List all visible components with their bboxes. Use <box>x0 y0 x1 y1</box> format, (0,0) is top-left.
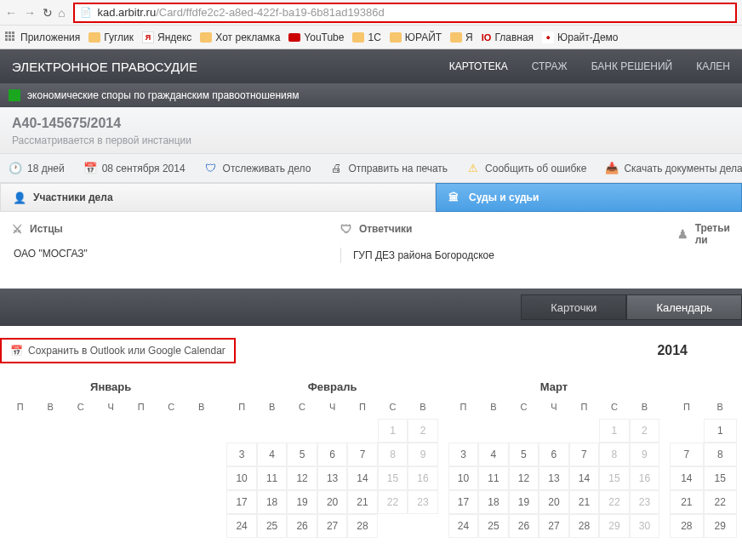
day-cell[interactable]: 9 <box>630 443 659 466</box>
day-cell[interactable]: 23 <box>408 490 437 514</box>
day-cell[interactable]: 22 <box>704 490 737 514</box>
menu-bank[interactable]: БАНК РЕШЕНИЙ <box>591 60 673 72</box>
day-cell[interactable]: 8 <box>704 443 737 466</box>
day-cell[interactable]: 20 <box>317 490 347 514</box>
day-cell[interactable]: 11 <box>257 466 287 490</box>
day-cell[interactable]: 19 <box>509 490 539 514</box>
day-cell[interactable]: 7 <box>347 443 377 466</box>
day-cell[interactable]: 6 <box>539 443 568 466</box>
day-cell[interactable]: 16 <box>408 466 437 490</box>
day-cell[interactable]: 18 <box>478 490 508 514</box>
menu-kartoteka[interactable]: КАРТОТЕКА <box>449 60 508 72</box>
day-cell[interactable]: 20 <box>539 490 568 514</box>
day-cell[interactable]: 29 <box>599 514 629 538</box>
day-cell[interactable]: 17 <box>226 490 256 514</box>
bookmark-hot[interactable]: Хот рекламка <box>200 31 280 43</box>
day-cell[interactable]: 28 <box>670 514 703 538</box>
reload-icon[interactable]: ↻ <box>43 6 53 20</box>
folder-icon <box>450 32 462 43</box>
day-cell[interactable]: 10 <box>448 466 478 490</box>
day-cell[interactable]: 2 <box>408 419 437 443</box>
day-cell[interactable]: 10 <box>226 466 256 490</box>
day-cell[interactable]: 18 <box>257 490 287 514</box>
bookmark-yandex[interactable]: ЯЯндекс <box>142 31 191 43</box>
day-cell[interactable]: 14 <box>670 466 703 490</box>
bookmark-youtube[interactable]: YouTube <box>288 31 344 43</box>
plaintiff-name[interactable]: ОАО "МОСГАЗ" <box>12 248 317 260</box>
bookmark-guglik[interactable]: Гуглик <box>88 31 134 43</box>
day-cell[interactable]: 14 <box>347 466 377 490</box>
day-cell[interactable]: 1 <box>704 419 737 443</box>
day-cell[interactable]: 15 <box>599 466 629 490</box>
day-cell[interactable]: 4 <box>257 443 287 466</box>
viewtab-calendar[interactable]: Календарь <box>626 294 742 320</box>
day-cell[interactable]: 3 <box>226 443 256 466</box>
tab-courts[interactable]: 🏛 Суды и судьи <box>436 183 742 212</box>
day-cell[interactable]: 23 <box>630 490 659 514</box>
day-cell[interactable]: 24 <box>448 514 478 538</box>
day-cell[interactable]: 6 <box>317 443 347 466</box>
home-icon[interactable]: ⌂ <box>58 6 65 20</box>
day-cell[interactable]: 11 <box>478 466 508 490</box>
defendant-name[interactable]: ГУП ДЕЗ района Богородское <box>340 248 654 263</box>
viewtab-cards[interactable]: Карточки <box>521 294 626 320</box>
bookmark-urait[interactable]: ЮРАЙТ <box>390 31 442 43</box>
back-icon[interactable]: ← <box>5 6 19 20</box>
forward-icon[interactable]: → <box>24 6 37 20</box>
dow-cell: В <box>630 402 659 412</box>
bookmark-1c[interactable]: 1С <box>352 31 380 43</box>
day-cell[interactable]: 14 <box>569 466 599 490</box>
apps-button[interactable]: Приложения <box>5 31 80 43</box>
tab-participants[interactable]: 👤 Участники дела <box>0 183 436 212</box>
day-cell[interactable]: 28 <box>347 514 377 538</box>
day-cell[interactable]: 7 <box>670 443 703 466</box>
day-cell[interactable]: 9 <box>408 443 437 466</box>
menu-kalen[interactable]: КАЛЕН <box>696 60 730 72</box>
day-cell[interactable]: 22 <box>599 490 629 514</box>
day-cell[interactable]: 1 <box>378 419 408 443</box>
action-error[interactable]: ⚠Сообщить об ошибке <box>466 162 586 175</box>
day-cell[interactable]: 28 <box>569 514 599 538</box>
day-cell[interactable]: 27 <box>317 514 347 538</box>
bookmark-urait-demo[interactable]: ●Юрайт-Демо <box>542 31 618 43</box>
action-download[interactable]: 📥Скачать документы дела <box>605 162 742 175</box>
day-cell[interactable]: 27 <box>539 514 568 538</box>
day-cell[interactable]: 29 <box>704 514 737 538</box>
day-cell[interactable]: 21 <box>347 490 377 514</box>
action-track[interactable]: 🛡Отслеживать дело <box>204 162 311 175</box>
day-cell[interactable]: 16 <box>630 466 659 490</box>
day-cell[interactable]: 2 <box>630 419 659 443</box>
day-cell[interactable]: 30 <box>630 514 659 538</box>
day-cell[interactable]: 15 <box>704 466 737 490</box>
day-cell[interactable]: 13 <box>539 466 568 490</box>
bookmark-ya[interactable]: Я <box>450 31 473 43</box>
bookmark-main[interactable]: IOГлавная <box>482 31 534 43</box>
day-cell[interactable]: 4 <box>478 443 508 466</box>
day-cell[interactable]: 7 <box>569 443 599 466</box>
day-cell[interactable]: 26 <box>287 514 317 538</box>
day-cell[interactable]: 22 <box>378 490 408 514</box>
day-cell[interactable]: 25 <box>257 514 287 538</box>
day-cell[interactable]: 24 <box>226 514 256 538</box>
day-cell[interactable]: 3 <box>448 443 478 466</box>
day-cell[interactable]: 8 <box>599 443 629 466</box>
day-cell[interactable]: 25 <box>478 514 508 538</box>
day-cell[interactable]: 12 <box>509 466 539 490</box>
address-bar[interactable]: 📄 kad.arbitr.ru/Card/ffdfe2c2-a8ed-422f-… <box>73 3 737 23</box>
day-cell[interactable]: 5 <box>287 443 317 466</box>
day-cell[interactable]: 5 <box>509 443 539 466</box>
day-cell[interactable]: 17 <box>448 490 478 514</box>
menu-strazh[interactable]: СТРАЖ <box>532 60 568 72</box>
day-cell[interactable]: 1 <box>599 419 629 443</box>
case-number: А40-145675/2014 <box>12 116 730 131</box>
day-cell[interactable]: 21 <box>569 490 599 514</box>
save-calendar-button[interactable]: 📅 Сохранить в Outlook или Google Calenda… <box>0 338 236 363</box>
day-cell[interactable]: 13 <box>317 466 347 490</box>
day-cell[interactable]: 15 <box>378 466 408 490</box>
day-cell[interactable]: 19 <box>287 490 317 514</box>
day-cell[interactable]: 21 <box>670 490 703 514</box>
day-cell[interactable]: 26 <box>509 514 539 538</box>
day-cell[interactable]: 8 <box>378 443 408 466</box>
action-print[interactable]: 🖨Отправить на печать <box>329 162 448 175</box>
day-cell[interactable]: 12 <box>287 466 317 490</box>
